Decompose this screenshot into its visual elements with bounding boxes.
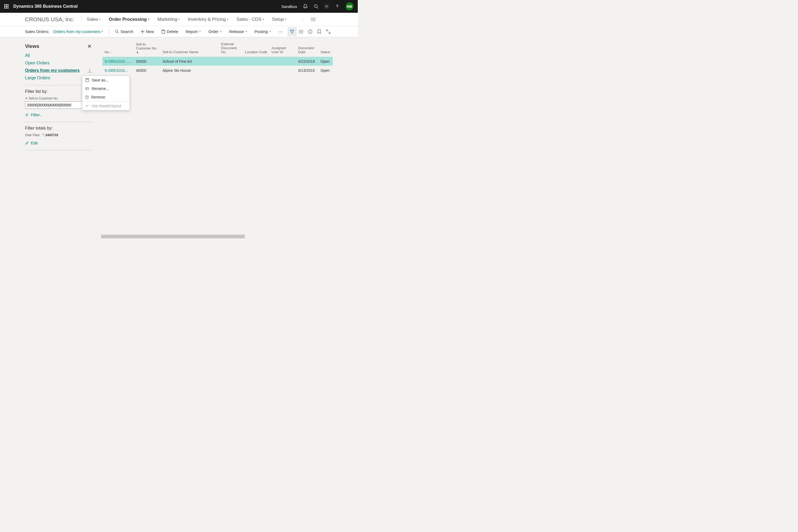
data-grid: No. ↑ Sell-to Customer No.▼ Sell-to Cust… (102, 40, 333, 154)
view-orders-my-customers[interactable]: Orders from my customers ⋮ (25, 68, 92, 73)
svg-point-19 (310, 30, 310, 31)
ctx-remove[interactable]: Remove (82, 93, 130, 101)
nav-tab-marketing[interactable]: Marketing▾ (157, 17, 180, 22)
report-menu[interactable]: Report▾ (186, 29, 201, 34)
table-row[interactable]: S-ORD1010... ⋮ 30000 School of Fine Art … (102, 57, 333, 66)
col-doc-date[interactable]: Document Date (296, 46, 318, 54)
order-no-link[interactable]: S-ORD1010... (104, 59, 132, 63)
filter-value-input[interactable] (25, 101, 91, 109)
info-icon[interactable] (306, 27, 315, 36)
cell-status: Open (318, 59, 333, 63)
chevron-down-icon: ▾ (220, 30, 222, 33)
svg-point-2 (326, 6, 327, 7)
remove-filter-icon[interactable]: ✕ (25, 97, 28, 100)
close-icon[interactable]: ✕ (87, 43, 92, 50)
col-sellto-cust[interactable]: Sell-to Customer No.▼ (134, 42, 160, 54)
add-filter-button[interactable]: Filter... (25, 113, 92, 117)
chevron-down-icon: ▾ (178, 18, 180, 21)
ctx-rename[interactable]: Rename... (82, 84, 130, 93)
ellipsis-icon: ⋯ (279, 29, 283, 34)
settings-icon[interactable] (324, 4, 329, 9)
view-open-orders[interactable]: Open Orders (25, 61, 92, 65)
svg-line-21 (328, 32, 330, 34)
views-heading: Views (25, 43, 39, 49)
col-external-doc[interactable]: External Document No. (219, 42, 243, 54)
view-options-icon[interactable]: ⋮ (88, 68, 92, 73)
chevron-down-icon: ▾ (269, 30, 271, 33)
environment-badge: Sandbox (281, 4, 297, 9)
svg-rect-26 (86, 88, 89, 89)
page-title: Sales Orders: (25, 29, 50, 34)
chevron-down-icon: ▾ (246, 30, 247, 33)
nav-tab-order-processing[interactable]: Order Processing▾ (109, 17, 150, 22)
col-location[interactable]: Location Code (243, 50, 269, 54)
plus-icon (25, 113, 29, 117)
view-all[interactable]: All (25, 53, 92, 58)
cell-date: 4/22/2019 (296, 59, 318, 63)
delete-button[interactable]: Delete (162, 29, 178, 34)
svg-rect-28 (86, 96, 88, 99)
col-status[interactable]: Status (318, 50, 333, 54)
nav-more-icon[interactable] (302, 18, 316, 21)
grid-header: No. ↑ Sell-to Customer No.▼ Sell-to Cust… (102, 40, 333, 57)
date-filter-display: Date Filter: ''..04/07/19 (25, 133, 92, 137)
bookmark-icon[interactable] (315, 27, 324, 36)
chevron-down-icon: ▾ (227, 18, 228, 21)
user-avatar[interactable]: MB (345, 2, 354, 11)
trash-icon (162, 30, 165, 34)
nav-tab-sales[interactable]: Sales▾ (87, 17, 101, 22)
sort-asc-icon: ↑ (111, 51, 112, 54)
order-no-link[interactable]: S-ORD1010... (104, 68, 128, 73)
ctx-shared-layout: Use shared layout (82, 101, 130, 110)
expand-icon[interactable] (324, 27, 333, 36)
filter-pane-toggle[interactable] (288, 27, 297, 36)
col-sellto-name[interactable]: Sell-to Customer Name (160, 50, 219, 54)
svg-point-3 (337, 7, 338, 8)
filter-icon: ▼ (136, 51, 158, 54)
nav-tabs: Sales▾ Order Processing▾ Marketing▾ Inve… (87, 17, 316, 22)
pencil-icon (25, 141, 29, 145)
svg-point-0 (314, 4, 317, 7)
cell-cust: 30000 (134, 59, 160, 63)
search-icon[interactable] (314, 4, 318, 9)
view-select[interactable]: Orders from my customers ▾ (53, 29, 103, 34)
svg-point-7 (115, 30, 118, 33)
topbar: Dynamics 365 Business Central Sandbox MB (0, 0, 358, 13)
release-menu[interactable]: Release▾ (229, 29, 247, 34)
nav-tab-sales-cds[interactable]: Sales - CDS▾ (236, 17, 264, 22)
app-launcher-icon[interactable] (4, 4, 8, 8)
search-icon (115, 30, 119, 34)
search-action[interactable]: Search (115, 29, 133, 34)
order-menu[interactable]: Order▾ (208, 29, 222, 34)
trash-icon (86, 95, 89, 99)
cell-name: School of Fine Art (160, 59, 219, 63)
toolbar: Sales Orders: Orders from my customers ▾… (0, 26, 358, 37)
rename-icon (86, 87, 89, 90)
save-icon (86, 78, 89, 82)
col-no[interactable]: No. ↑ (102, 50, 134, 54)
horizontal-scrollbar[interactable] (101, 234, 245, 238)
cell-date: 5/13/2019 (296, 68, 318, 73)
ctx-save-as[interactable]: Save as... (82, 76, 130, 84)
posting-menu[interactable]: Posting▾ (254, 29, 271, 34)
help-icon[interactable] (335, 4, 340, 9)
chevron-down-icon: ▾ (99, 18, 101, 21)
nav-tab-setup[interactable]: Setup▾ (272, 17, 286, 22)
cell-status: Open (318, 68, 333, 73)
company-name[interactable]: CRONUS USA, Inc. (25, 16, 82, 23)
notification-icon[interactable] (303, 4, 308, 9)
nav-tab-inventory[interactable]: Inventory & Pricing▾ (188, 17, 228, 22)
product-title: Dynamics 365 Business Central (13, 4, 78, 9)
chevron-down-icon: ▾ (199, 30, 201, 33)
more-actions[interactable]: ⋯ (279, 29, 283, 34)
list-view-icon[interactable] (297, 27, 306, 36)
edit-totals-button[interactable]: Edit (25, 141, 92, 145)
new-button[interactable]: New (141, 29, 154, 34)
svg-line-20 (326, 30, 328, 32)
view-context-menu: Save as... Rename... Remove Use shared l… (82, 76, 130, 110)
chevron-down-icon: ▾ (148, 18, 150, 21)
filter-totalsby-heading: Filter totals by: (25, 126, 92, 131)
col-assigned-user[interactable]: Assigned User ID (269, 46, 296, 54)
chevron-down-icon: ▾ (101, 30, 103, 33)
table-row[interactable]: S-ORD1010... 40000 Alpine Ski House 5/13… (102, 66, 333, 75)
